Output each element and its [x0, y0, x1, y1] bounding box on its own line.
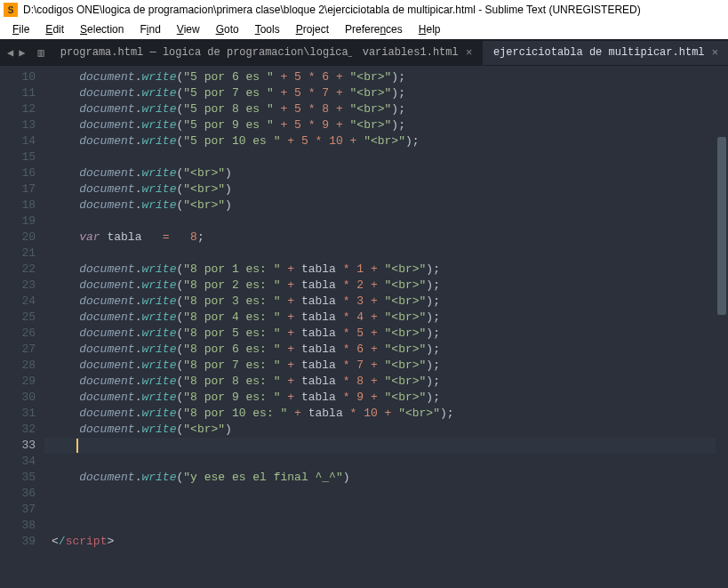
close-icon[interactable]: ×: [466, 46, 473, 60]
code-content[interactable]: document.write("5 por 6 es " + 5 * 6 + "…: [44, 66, 728, 588]
nav-forward-icon[interactable]: ▶: [19, 46, 25, 60]
menu-view[interactable]: View: [170, 21, 207, 37]
menu-project[interactable]: Project: [289, 21, 336, 37]
scrollbar-thumb[interactable]: [717, 137, 726, 315]
nav-back-icon[interactable]: ◀: [7, 46, 13, 60]
menu-file[interactable]: File: [5, 21, 36, 37]
window-title: D:\codigos ONE\logica de programacion\pr…: [23, 4, 641, 16]
app-icon: S: [4, 3, 18, 17]
menu-find[interactable]: Find: [132, 21, 167, 37]
window-titlebar: S D:\codigos ONE\logica de programacion\…: [0, 0, 728, 20]
close-icon[interactable]: ×: [712, 46, 719, 60]
tab-ejercicio[interactable]: ejerciciotabla de multipicar.html ×: [483, 41, 728, 65]
menu-help[interactable]: Help: [412, 21, 448, 37]
menu-preferences[interactable]: Preferences: [338, 21, 410, 37]
line-number-gutter: 1011121314151617181920212223242526272829…: [0, 66, 44, 588]
editor-area: 1011121314151617181920212223242526272829…: [0, 66, 728, 588]
menu-tools[interactable]: Tools: [248, 21, 287, 37]
menu-edit[interactable]: Edit: [38, 21, 71, 37]
tab-label: variables1.html: [363, 46, 459, 59]
menu-selection[interactable]: Selection: [73, 21, 131, 37]
tab-bar: ◀ ▶ ▥ programa.html — logica de programa…: [0, 39, 728, 66]
menubar: File Edit Selection Find View Goto Tools…: [0, 20, 728, 39]
tab-programa[interactable]: programa.html — logica de programacion\l…: [50, 41, 352, 64]
tab-variables1[interactable]: variables1.html ×: [352, 41, 483, 65]
scrollbar-vertical[interactable]: [716, 66, 728, 588]
nav-arrows: ◀ ▶: [0, 46, 32, 60]
tab-label: ejerciciotabla de multipicar.html: [493, 46, 705, 59]
menu-goto[interactable]: Goto: [209, 21, 246, 37]
tab-dropdown-icon[interactable]: ▥: [32, 46, 49, 60]
tab-label: programa.html — logica de programacion\l…: [60, 46, 352, 59]
